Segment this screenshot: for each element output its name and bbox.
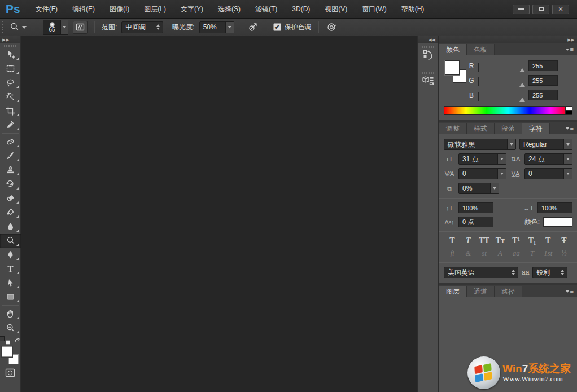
dock-collapse-button[interactable]: ▶▶	[439, 36, 577, 43]
minimize-button[interactable]	[513, 5, 530, 14]
maximize-button[interactable]	[532, 5, 549, 14]
swash-button[interactable]: A	[494, 249, 506, 258]
menu-edit[interactable]: 编辑(E)	[65, 0, 102, 18]
menu-filter[interactable]: 滤镜(T)	[248, 0, 285, 18]
menu-file[interactable]: 文件(F)	[28, 0, 65, 18]
airbrush-toggle-icon[interactable]	[247, 21, 259, 33]
menu-3d[interactable]: 3D(D)	[285, 0, 317, 18]
white-swatch[interactable]	[565, 106, 572, 111]
font-family-select[interactable]: 微软雅黑	[444, 139, 516, 150]
rectangle-shape-tool[interactable]	[0, 290, 21, 304]
contextual-alt-button[interactable]: &	[462, 249, 474, 258]
gradient-tool[interactable]	[0, 205, 21, 219]
blue-channel-slider[interactable]	[478, 93, 524, 98]
canvas-area[interactable]	[21, 36, 417, 392]
ligatures-button[interactable]: fi	[446, 249, 458, 258]
subscript-button[interactable]: T₁	[526, 236, 538, 245]
protect-tones-option[interactable]: ✔ 保护色调	[273, 23, 312, 32]
tab-layers[interactable]: 图层	[439, 286, 467, 297]
black-swatch[interactable]	[565, 111, 572, 115]
menu-image[interactable]: 图像(I)	[102, 0, 137, 18]
exposure-select[interactable]: 50%	[199, 21, 234, 33]
titling-alt-button[interactable]: T	[526, 249, 538, 258]
stylistic-alt-button[interactable]: aa	[510, 249, 522, 258]
pen-tool[interactable]	[0, 248, 21, 262]
toggle-brush-panel-button[interactable]	[73, 21, 88, 34]
clone-stamp-tool[interactable]	[0, 163, 21, 177]
tab-styles[interactable]: 样式	[467, 123, 495, 134]
red-channel-slider[interactable]	[478, 63, 524, 68]
path-selection-tool[interactable]	[0, 276, 21, 290]
brush-tool[interactable]	[0, 149, 21, 163]
superscript-button[interactable]: T¹	[510, 236, 522, 245]
faux-bold-button[interactable]: T	[446, 236, 458, 245]
horizontal-scale-field[interactable]: 100%	[537, 202, 572, 213]
red-channel-value[interactable]: 255	[528, 60, 558, 71]
foreground-color-swatch[interactable]	[445, 60, 460, 75]
swap-colors-icon[interactable]	[14, 337, 21, 344]
close-button[interactable]: ✕	[552, 5, 569, 14]
dodge-tool[interactable]	[0, 234, 21, 248]
brush-preset-picker[interactable]: 65	[43, 20, 68, 35]
history-brush-tool[interactable]	[0, 177, 21, 191]
quick-mask-button[interactable]	[4, 368, 16, 378]
toolbar-collapse-button[interactable]: ▶▶	[0, 36, 20, 43]
slider-thumb[interactable]	[519, 68, 525, 72]
tsume-select[interactable]: 0%	[458, 183, 499, 194]
move-tool[interactable]	[0, 47, 21, 61]
properties-panel-button[interactable]	[417, 69, 439, 95]
kerning-select[interactable]: 0	[458, 168, 506, 179]
foreground-color-swatch[interactable]	[2, 346, 12, 357]
font-style-select[interactable]: Regular	[519, 139, 572, 150]
history-panel-button[interactable]	[417, 43, 439, 69]
protect-tones-checkbox[interactable]: ✔	[273, 23, 281, 31]
menu-type[interactable]: 文字(Y)	[173, 0, 211, 18]
tab-swatches[interactable]: 色板	[467, 44, 495, 55]
menu-view[interactable]: 视图(V)	[317, 0, 355, 18]
text-color-swatch[interactable]	[543, 217, 572, 227]
ordinals-button[interactable]: 1st	[542, 249, 554, 258]
menu-window[interactable]: 窗口(W)	[355, 0, 394, 18]
hand-tool[interactable]	[0, 307, 21, 321]
tab-paths[interactable]: 路径	[495, 286, 522, 297]
menu-layer[interactable]: 图层(L)	[137, 0, 173, 18]
lasso-tool[interactable]	[0, 76, 21, 90]
tab-channels[interactable]: 通道	[467, 286, 495, 297]
tracking-select[interactable]: 0	[524, 168, 572, 179]
tab-character[interactable]: 字符	[522, 123, 550, 134]
range-select[interactable]: 中间调	[121, 21, 163, 33]
menu-select[interactable]: 选择(S)	[211, 0, 248, 18]
tab-color[interactable]: 颜色	[439, 44, 467, 55]
eraser-tool[interactable]	[0, 191, 21, 205]
color-spectrum-ramp[interactable]	[444, 106, 572, 115]
tablet-pressure-icon[interactable]	[326, 21, 338, 33]
magic-wand-tool[interactable]	[0, 90, 21, 104]
vertical-scale-field[interactable]: 100%	[458, 202, 493, 213]
underline-button[interactable]: T	[542, 236, 554, 245]
exposure-dropdown[interactable]	[225, 22, 234, 33]
menu-help[interactable]: 帮助(H)	[394, 0, 432, 18]
all-caps-button[interactable]: TT	[478, 236, 491, 245]
slider-thumb[interactable]	[519, 83, 525, 87]
green-channel-value[interactable]: 255	[528, 75, 558, 86]
blue-channel-value[interactable]: 255	[528, 90, 558, 100]
healing-brush-tool[interactable]	[0, 135, 21, 149]
zoom-tool[interactable]	[0, 321, 21, 335]
faux-italic-button[interactable]: T	[462, 236, 474, 245]
blur-tool[interactable]	[0, 219, 21, 234]
leading-select[interactable]: 24 点	[524, 153, 572, 165]
font-size-select[interactable]: 31 点	[458, 153, 506, 165]
default-colors-button[interactable]	[0, 336, 12, 345]
options-bar-grip[interactable]	[2, 21, 3, 33]
marquee-tool[interactable]	[0, 61, 21, 76]
baseline-shift-field[interactable]: 0 点	[458, 217, 493, 227]
panel-menu-icon[interactable]: ≡	[566, 125, 574, 131]
tab-paragraph[interactable]: 段落	[495, 123, 522, 134]
language-select[interactable]: 美国英语	[444, 267, 518, 278]
fractions-button[interactable]: ½	[558, 249, 570, 258]
green-channel-slider[interactable]	[478, 78, 524, 83]
slider-thumb[interactable]	[519, 98, 525, 102]
tab-adjustments[interactable]: 调整	[439, 123, 467, 134]
type-tool[interactable]	[0, 262, 21, 276]
antialias-select[interactable]: 锐利	[532, 267, 567, 278]
